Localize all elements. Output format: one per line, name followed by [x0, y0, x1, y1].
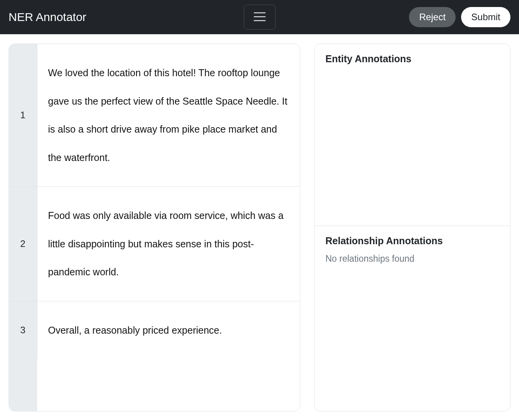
- relationship-annotations-section: Relationship Annotations No relationship…: [315, 226, 510, 411]
- relationships-empty-message: No relationships found: [325, 254, 499, 264]
- sentence-text[interactable]: We loved the location of this hotel! The…: [37, 44, 300, 187]
- table-row: 3 Overall, a reasonably priced experienc…: [9, 301, 300, 359]
- submit-button[interactable]: Submit: [461, 7, 510, 27]
- hamburger-icon: [252, 9, 267, 26]
- entity-annotations-section: Entity Annotations: [315, 44, 510, 226]
- entity-annotations-title: Entity Annotations: [325, 53, 499, 65]
- reject-button[interactable]: Reject: [409, 7, 456, 27]
- annotations-panel: Entity Annotations Relationship Annotati…: [314, 44, 510, 411]
- row-number: 3: [9, 301, 37, 359]
- panel-filler: [9, 359, 300, 411]
- sentence-table: 1 We loved the location of this hotel! T…: [9, 44, 300, 359]
- relationship-annotations-title: Relationship Annotations: [325, 235, 499, 247]
- sentence-text[interactable]: Overall, a reasonably priced experience.: [37, 301, 300, 359]
- gutter: [9, 359, 37, 411]
- document-panel: 1 We loved the location of this hotel! T…: [9, 44, 300, 411]
- sentence-text[interactable]: Food was only available via room service…: [37, 187, 300, 301]
- table-row: 1 We loved the location of this hotel! T…: [9, 44, 300, 187]
- row-number: 2: [9, 187, 37, 301]
- row-number: 1: [9, 44, 37, 187]
- app-title: NER Annotator: [9, 10, 86, 24]
- app-header: NER Annotator Reject Submit: [0, 0, 519, 34]
- main-content: 1 We loved the location of this hotel! T…: [0, 34, 519, 420]
- header-actions: Reject Submit: [409, 7, 510, 27]
- menu-toggle-button[interactable]: [244, 5, 276, 30]
- table-row: 2 Food was only available via room servi…: [9, 187, 300, 301]
